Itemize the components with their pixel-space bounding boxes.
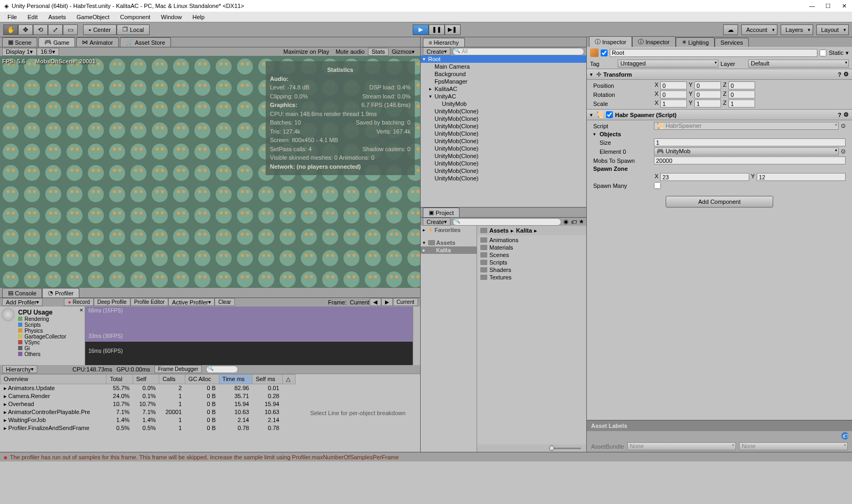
element0-field[interactable]: 🎮 UnityMob [654, 147, 839, 155]
profiler-column-header[interactable]: Overview [1, 374, 106, 384]
profiler-column-header[interactable]: GC Alloc [185, 374, 219, 384]
scrollbar[interactable] [413, 307, 420, 365]
cpu-usage-module[interactable]: ✕ CPU Usage RenderingScriptsPhysicsGarba… [0, 307, 85, 365]
component-enabled-checkbox[interactable] [606, 111, 613, 118]
gameobject-name-field[interactable] [610, 49, 817, 57]
profiler-row[interactable]: ▸ WaitingForJob1.4%1.4%10 B2.142.14 [1, 416, 296, 424]
cpu-legend-item[interactable]: Physics [2, 328, 83, 334]
script-field[interactable]: 📜 HabrSpawner [654, 122, 839, 130]
help-icon[interactable]: ? [838, 112, 841, 118]
layers-dropdown[interactable]: Layers [781, 24, 813, 35]
project-folder-item[interactable]: Shaders [478, 266, 585, 274]
hierarchy-item[interactable]: UnityMob [421, 100, 586, 108]
tag-dropdown[interactable]: Untagged [618, 60, 718, 68]
favorites-item[interactable]: ▸★Favorites [421, 226, 477, 234]
pivot-rotation-button[interactable]: ❐ Local [117, 24, 150, 35]
project-folder-item[interactable]: Textures [478, 274, 585, 281]
account-dropdown[interactable]: Account [741, 24, 777, 35]
profiler-row[interactable]: ▸ Animators.Update55.7%0.0%20 B82.960.01 [1, 384, 296, 392]
zone-x[interactable] [660, 173, 749, 181]
project-folders[interactable]: ▸★Favorites ▾Assets ▸Kalita [421, 226, 477, 452]
mobs-to-spawn-field[interactable] [654, 156, 846, 164]
hierarchy-item[interactable]: UnityMob(Clone) [421, 130, 586, 137]
hierarchy-item[interactable]: Background [421, 70, 586, 78]
tab-services[interactable]: Services [715, 38, 749, 47]
rotate-tool-icon[interactable]: ⟲ [33, 24, 48, 35]
hierarchy-item[interactable]: UnityMob(Clone) [421, 122, 586, 130]
game-view[interactable]: FPS: 5.6 MobsOnScene: 20001 Statistics A… [0, 56, 420, 288]
hand-tool-icon[interactable]: ✋ [3, 24, 18, 35]
profiler-column-header[interactable]: Calls [159, 374, 185, 384]
profiler-graph[interactable]: 66ms (15FPS)33ms (30FPS)16ms (60FPS) [85, 307, 413, 365]
help-icon[interactable]: ? [838, 71, 841, 78]
tab-asset-store[interactable]: 🛒 Asset Store [120, 37, 171, 47]
next-frame-button[interactable]: ▶ [381, 298, 393, 306]
size-field[interactable] [654, 138, 846, 146]
maximize-on-play-toggle[interactable]: Maximize on Play [280, 48, 332, 56]
layout-dropdown[interactable]: Layout [816, 24, 849, 35]
hierarchy-tree[interactable]: ▾RootMain CameraBackgroundFpsManager▸Kal… [421, 55, 586, 207]
object-picker-icon[interactable]: ⊙ [841, 122, 846, 129]
hierarchy-item[interactable]: Main Camera [421, 63, 586, 70]
profiler-column-header[interactable]: Total [106, 374, 133, 384]
save-search-icon[interactable]: ★ [579, 218, 584, 225]
mute-audio-toggle[interactable]: Mute audio [332, 48, 367, 56]
tab-hierarchy[interactable]: ≡ Hierarchy [423, 38, 465, 47]
object-picker-icon[interactable]: ⊙ [841, 148, 846, 155]
kalita-folder[interactable]: ▸Kalita [421, 246, 477, 254]
rect-tool-icon[interactable]: ▭ [63, 24, 78, 35]
cpu-legend-item[interactable]: VSync [2, 340, 83, 345]
cpu-legend-item[interactable]: GarbageCollector [2, 334, 83, 340]
close-module-icon[interactable]: ✕ [79, 308, 84, 313]
hierarchy-item[interactable]: UnityMob(Clone) [421, 167, 586, 175]
cpu-legend-item[interactable]: Gi [2, 345, 83, 351]
status-bar[interactable]: The profiler has run out of samples for … [0, 452, 852, 461]
zone-y[interactable] [757, 173, 846, 181]
search-type-icon[interactable]: 🏷 [571, 219, 577, 225]
hierarchy-item[interactable]: UnityMob(Clone) [421, 137, 586, 145]
transform-component-header[interactable]: ▾⊹ Transform ? ⚙ [587, 69, 852, 80]
hierarchy-item[interactable]: UnityMob(Clone) [421, 115, 586, 122]
frame-debugger-button[interactable]: Frame Debugger [154, 365, 202, 373]
add-label-icon[interactable]: 🏷 [841, 432, 849, 440]
search-filter-icon[interactable]: ◉ [563, 218, 569, 225]
project-create-dropdown[interactable]: Create ▾ [423, 218, 450, 226]
hierarchy-item[interactable]: UnityMob(Clone) [421, 175, 586, 182]
rot-z[interactable] [728, 90, 755, 98]
profiler-column-header[interactable]: Self [133, 374, 159, 384]
current-frame-button[interactable]: Current [393, 298, 418, 306]
stats-toggle[interactable]: Stats [368, 48, 389, 56]
profiler-row[interactable]: ▸ Profiler.FinalizeAndSendFrame0.5%0.5%1… [1, 424, 296, 432]
project-zoom-slider[interactable] [477, 444, 586, 452]
hierarchy-item[interactable]: FpsManager [421, 78, 586, 85]
menu-assets[interactable]: Assets [44, 13, 70, 21]
hierarchy-item[interactable]: UnityMob(Clone) [421, 152, 586, 160]
pos-x[interactable] [660, 81, 687, 89]
scl-x[interactable] [660, 100, 687, 108]
habr-spawner-header[interactable]: ▾📜 Habr Spawner (Script) ? ⚙ [587, 109, 852, 120]
project-folder-item[interactable]: Scripts [478, 259, 585, 266]
spawn-many-checkbox[interactable] [654, 182, 661, 189]
minimize-icon[interactable]: — [808, 2, 816, 10]
project-folder-item[interactable]: Scenes [478, 251, 585, 259]
project-search[interactable] [453, 218, 561, 226]
menu-help[interactable]: Help [188, 13, 209, 21]
pause-button[interactable]: ❚❚ [429, 24, 445, 35]
clear-button[interactable]: Clear [215, 298, 235, 306]
gear-icon[interactable]: ⚙ [843, 71, 849, 78]
static-checkbox[interactable] [820, 49, 826, 56]
tab-console[interactable]: ▤ Console [2, 288, 42, 298]
hierarchy-item[interactable]: ▸KalitaAC [421, 85, 586, 93]
step-button[interactable]: ▶❚ [445, 24, 461, 35]
maximize-icon[interactable]: ☐ [824, 2, 832, 10]
assetbundle-dropdown[interactable]: None [627, 442, 736, 450]
deep-profile-toggle[interactable]: Deep Profile [94, 298, 130, 306]
close-icon[interactable]: ✕ [840, 2, 848, 10]
play-button[interactable]: ▶ [413, 24, 429, 35]
prev-frame-button[interactable]: ◀ [370, 298, 381, 306]
profile-editor-toggle[interactable]: Profile Editor [130, 298, 168, 306]
view-mode-dropdown[interactable]: Hierarchy ▾ [2, 365, 37, 373]
assets-folder[interactable]: ▾Assets [421, 239, 477, 246]
profiler-row[interactable]: ▸ Overhead10.7%10.7%10 B15.9415.94 [1, 400, 296, 408]
add-component-button[interactable]: Add Component [666, 196, 773, 208]
